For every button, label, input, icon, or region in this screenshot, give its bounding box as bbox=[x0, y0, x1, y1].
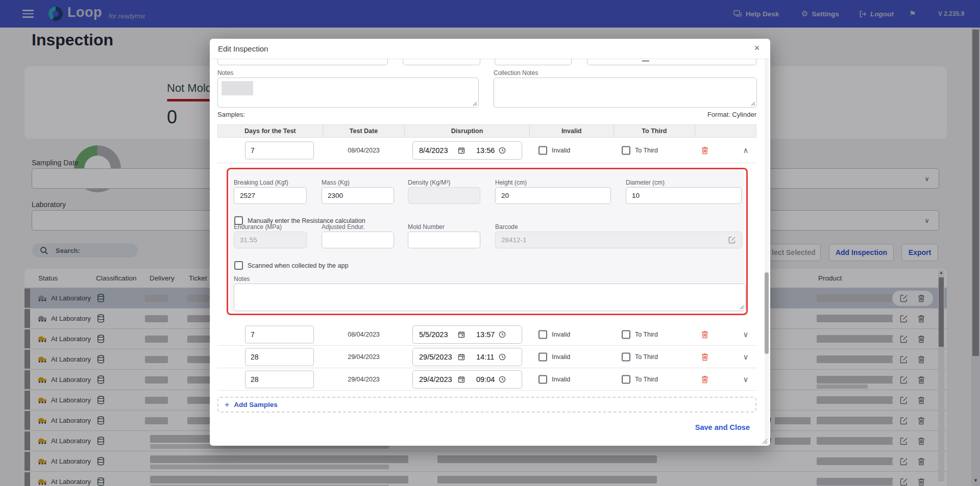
endurance-input bbox=[234, 232, 307, 248]
to-third-checkbox-group: To Third bbox=[622, 146, 658, 155]
invalid-checkbox-group: Invalid bbox=[538, 352, 570, 361]
mold-number-input[interactable] bbox=[408, 232, 480, 248]
barcode-value: 28412-1 bbox=[501, 236, 527, 244]
expand-chevron-icon[interactable]: ∨ bbox=[739, 330, 752, 339]
hdr-invalid: Invalid bbox=[530, 125, 614, 137]
hdr-days: Days for the Test bbox=[218, 125, 323, 137]
expand-chevron-icon[interactable]: ∨ bbox=[739, 352, 752, 362]
modal-scrollbar[interactable] bbox=[765, 59, 769, 445]
breaking-load-input[interactable] bbox=[234, 187, 307, 204]
invalid-label: Invalid bbox=[552, 147, 570, 154]
clock-icon[interactable] bbox=[499, 353, 506, 361]
invalid-checkbox[interactable] bbox=[538, 330, 547, 339]
disruption-time[interactable]: 09:04 bbox=[476, 375, 499, 383]
height-label: Height (cm) bbox=[495, 179, 527, 186]
test-date-value: 29/04/2023 bbox=[323, 376, 405, 383]
scrolled-form-fields bbox=[210, 59, 761, 66]
days-for-test-input[interactable] bbox=[245, 141, 314, 159]
disruption-field[interactable]: 29/4/2023 09:04 bbox=[412, 370, 522, 389]
clock-icon[interactable] bbox=[499, 376, 506, 383]
calendar-icon[interactable] bbox=[458, 376, 465, 383]
days-for-test-input[interactable] bbox=[245, 348, 314, 366]
disruption-field[interactable]: 29/5/2023 14:11 bbox=[412, 348, 522, 366]
notes-label: Notes bbox=[217, 69, 233, 76]
test-date-value: 08/04/2023 bbox=[323, 147, 405, 154]
expand-chevron-icon[interactable]: ∨ bbox=[739, 375, 752, 384]
edit-icon[interactable] bbox=[728, 236, 736, 244]
redacted-note-text bbox=[222, 81, 253, 95]
adjusted-endur-label: Adjusted Endur. bbox=[322, 223, 365, 231]
to-third-checkbox[interactable] bbox=[622, 330, 630, 339]
samples-table-header: Days for the Test Test Date Disruption I… bbox=[217, 124, 756, 138]
to-third-checkbox-group: To Third bbox=[622, 375, 658, 383]
test-date-value: 08/04/2023 bbox=[323, 331, 405, 338]
scanned-checkbox[interactable] bbox=[234, 261, 243, 270]
mass-input[interactable] bbox=[322, 187, 394, 204]
invalid-checkbox-group: Invalid bbox=[538, 330, 570, 339]
barcode-label: Barcode bbox=[495, 223, 518, 231]
disruption-field[interactable]: 8/4/2023 13:56 bbox=[412, 141, 522, 160]
sample-row: 08/04/2023 5/5/2023 13:57 Invalid To Thi… bbox=[217, 323, 756, 346]
to-third-label: To Third bbox=[635, 353, 658, 361]
delete-sample-icon[interactable] bbox=[701, 353, 708, 361]
collection-notes-textarea[interactable] bbox=[494, 78, 757, 108]
add-samples-button[interactable]: + Add Samples bbox=[217, 397, 756, 413]
delete-sample-icon[interactable] bbox=[701, 375, 708, 383]
resize-grip-icon[interactable] bbox=[750, 100, 755, 106]
cutoff-field-1[interactable] bbox=[217, 59, 388, 65]
disruption-time[interactable]: 13:57 bbox=[476, 330, 499, 339]
close-icon[interactable]: × bbox=[751, 43, 763, 55]
sample-notes-label: Notes bbox=[234, 275, 250, 283]
cutoff-field-2[interactable] bbox=[403, 59, 480, 65]
adjusted-endur-input[interactable] bbox=[322, 232, 394, 248]
cutoff-field-4[interactable] bbox=[587, 59, 756, 65]
clock-icon[interactable] bbox=[499, 331, 506, 338]
resize-grip-icon[interactable] bbox=[739, 304, 744, 310]
disruption-date[interactable]: 29/5/2023 bbox=[419, 353, 458, 361]
days-for-test-input[interactable] bbox=[245, 325, 314, 343]
invalid-checkbox[interactable] bbox=[538, 375, 547, 383]
save-and-close-button[interactable]: Save and Close bbox=[695, 423, 750, 431]
invalid-checkbox-group: Invalid bbox=[538, 375, 570, 383]
sample-notes-textarea[interactable] bbox=[234, 284, 746, 311]
modal-scrollbar-thumb[interactable] bbox=[765, 272, 769, 354]
to-third-checkbox[interactable] bbox=[622, 352, 630, 361]
modal-title: Edit Inspection bbox=[218, 44, 268, 53]
calendar-icon[interactable] bbox=[458, 353, 465, 361]
delete-sample-icon[interactable] bbox=[701, 330, 708, 339]
diameter-input[interactable] bbox=[626, 187, 742, 204]
cutoff-field-3[interactable] bbox=[495, 59, 572, 65]
to-third-checkbox[interactable] bbox=[622, 146, 630, 155]
disruption-time[interactable]: 14:11 bbox=[476, 353, 499, 361]
clock-icon[interactable] bbox=[499, 147, 506, 154]
height-input[interactable] bbox=[495, 187, 611, 204]
modal-resize-grip[interactable] bbox=[761, 438, 768, 444]
delete-sample-icon[interactable] bbox=[701, 146, 708, 155]
sample-row: 29/04/2023 29/5/2023 14:11 Invalid To Th… bbox=[217, 346, 756, 368]
invalid-checkbox[interactable] bbox=[538, 352, 547, 361]
calendar-icon[interactable] bbox=[458, 331, 465, 338]
disruption-date[interactable]: 29/4/2023 bbox=[419, 375, 458, 383]
to-third-checkbox[interactable] bbox=[622, 375, 630, 383]
expand-chevron-icon[interactable]: ∧ bbox=[739, 146, 752, 155]
edit-inspection-modal: Edit Inspection × Notes Collection Notes… bbox=[210, 39, 770, 446]
sample-row: 08/04/2023 8/4/2023 13:56 Invalid To Thi… bbox=[217, 138, 756, 163]
disruption-time[interactable]: 13:56 bbox=[476, 146, 499, 155]
notes-textarea[interactable] bbox=[217, 78, 479, 108]
to-third-label: To Third bbox=[635, 376, 658, 383]
invalid-label: Invalid bbox=[552, 353, 570, 361]
modal-header: Edit Inspection × bbox=[210, 39, 770, 59]
density-input bbox=[408, 187, 480, 204]
resize-grip-icon[interactable] bbox=[472, 100, 477, 106]
disruption-date[interactable]: 5/5/2023 bbox=[419, 330, 458, 339]
disruption-date[interactable]: 8/4/2023 bbox=[419, 146, 458, 155]
calendar-icon[interactable] bbox=[458, 147, 465, 154]
to-third-label: To Third bbox=[635, 331, 658, 338]
format-label: Format: Cylinder bbox=[707, 111, 756, 118]
invalid-checkbox[interactable] bbox=[538, 146, 547, 155]
endurance-label: Endurance (MPa) bbox=[234, 223, 282, 231]
days-for-test-input[interactable] bbox=[245, 370, 314, 388]
add-samples-label: Add Samples bbox=[234, 401, 278, 408]
scanned-checkbox-group: Scanned when collected by the app bbox=[234, 261, 348, 270]
disruption-field[interactable]: 5/5/2023 13:57 bbox=[412, 325, 522, 344]
